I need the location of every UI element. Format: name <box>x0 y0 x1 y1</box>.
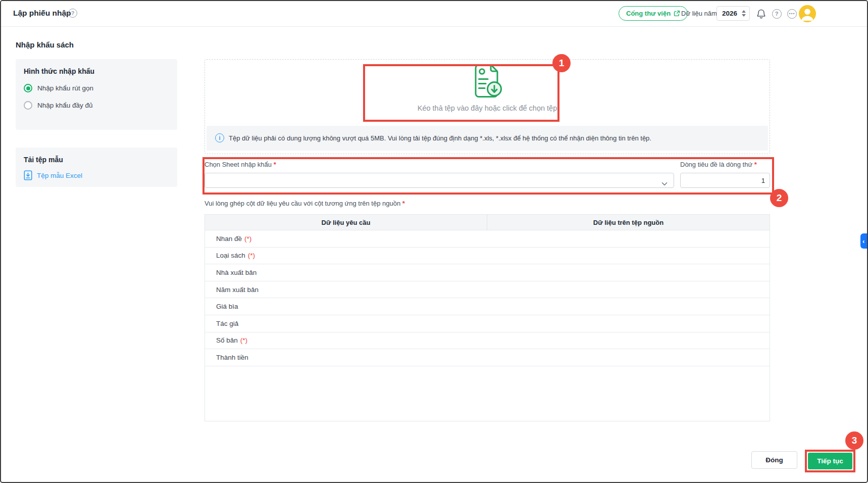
column-header-required-data: Dữ liệu yêu cầu <box>205 215 487 230</box>
row-label: Nhà xuất bản <box>216 269 257 276</box>
page-title: Lập phiếu nhập <box>13 9 71 18</box>
help-button[interactable]: ? <box>771 8 782 19</box>
library-portal-label: Cổng thư viện <box>626 10 671 17</box>
mapping-instruction: Vui lòng ghép cột dữ liệu yêu cầu với cộ… <box>205 200 405 207</box>
required-asterisk: * <box>754 161 757 168</box>
mapping-table-body: Nhan đề (*) Loại sách (*) Nhà xuất bản N… <box>205 230 770 366</box>
spinner-up-icon[interactable] <box>742 10 746 13</box>
table-row[interactable]: Năm xuất bản <box>205 281 770 299</box>
row-required-mark: (*) <box>248 252 255 259</box>
mapping-instruction-text: Vui lòng ghép cột dữ liệu yêu cầu với cộ… <box>205 200 400 207</box>
info-bar: i Tệp dữ liệu phải có dung lượng không v… <box>207 126 768 151</box>
notifications-button[interactable] <box>755 8 767 19</box>
library-portal-button[interactable]: Cổng thư viện <box>619 6 688 21</box>
spinner-down-icon[interactable] <box>742 14 746 17</box>
row-label: Thành tiền <box>216 354 248 361</box>
title-help-icon[interactable]: ? <box>68 9 77 18</box>
table-row[interactable]: Giá bìa <box>205 298 770 315</box>
required-asterisk: * <box>274 161 276 168</box>
continue-button[interactable]: Tiếp tục <box>808 453 852 469</box>
required-asterisk: * <box>402 200 405 207</box>
row-label: Năm xuất bản <box>216 286 259 294</box>
file-download-icon <box>24 170 32 180</box>
radio-option-compact-import[interactable]: Nhập khẩu rút gọn <box>24 84 169 92</box>
radio-label: Nhập khẩu đầy đủ <box>37 102 93 109</box>
top-bar: Lập phiếu nhập ? Cổng thư viện Dữ liệu n… <box>1 1 867 27</box>
upload-document-icon[interactable] <box>471 63 504 99</box>
radio-label: Nhập khẩu rút gọn <box>37 84 93 92</box>
data-year-input[interactable] <box>722 10 741 17</box>
question-circle-icon: ? <box>772 9 782 19</box>
radio-option-full-import[interactable]: Nhập khẩu đầy đủ <box>24 101 169 110</box>
annotation-step-2: 2 <box>770 189 788 207</box>
import-books-screen: Lập phiếu nhập ? Cổng thư viện Dữ liệu n… <box>0 0 868 483</box>
annotation-step-3: 3 <box>845 431 863 450</box>
more-options-button[interactable]: ⋯ <box>786 8 797 19</box>
table-row[interactable]: Tác giả <box>205 315 770 332</box>
chevron-down-icon <box>661 179 668 188</box>
external-link-icon <box>674 10 680 17</box>
bell-icon <box>756 9 767 19</box>
table-row[interactable]: Nhan đề (*) <box>205 230 770 248</box>
chevron-left-icon: ‹ <box>862 237 864 245</box>
mapping-table: Dữ liệu yêu cầu Dữ liệu trên tệp nguồn N… <box>205 214 770 421</box>
collapse-side-tab[interactable]: ‹ <box>860 233 868 249</box>
template-panel: Tải tệp mẫu Tệp mẫu Excel <box>16 148 177 187</box>
user-avatar[interactable] <box>799 5 816 22</box>
close-button[interactable]: Đóng <box>751 451 797 469</box>
table-row[interactable]: Nhà xuất bản <box>205 264 770 281</box>
table-row[interactable]: Thành tiền <box>205 349 770 366</box>
ellipsis-circle-icon: ⋯ <box>787 9 797 19</box>
row-label: Tác giả <box>216 320 238 327</box>
data-year-stepper[interactable] <box>717 6 750 21</box>
template-title: Tải tệp mẫu <box>24 156 169 164</box>
person-icon <box>799 5 816 22</box>
year-spinner[interactable] <box>742 10 746 17</box>
row-label: Giá bìa <box>216 303 238 310</box>
row-label: Loại sách <box>216 252 245 259</box>
header-row-label-text: Dòng tiêu đề là dòng thứ <box>680 161 752 168</box>
info-text: Tệp dữ liệu phải có dung lượng không vượ… <box>229 134 651 142</box>
info-icon: i <box>215 133 224 142</box>
section-title: Nhập khẩu sách <box>16 40 74 49</box>
mapping-table-header: Dữ liệu yêu cầu Dữ liệu trên tệp nguồn <box>205 215 770 230</box>
data-year-label: Dữ liệu năm <box>681 10 717 17</box>
dropzone-hint[interactable]: Kéo thả tệp vào đây hoặc click để chọn t… <box>205 104 770 112</box>
row-label: Số bản <box>216 336 238 344</box>
header-row-label: Dòng tiêu đề là dòng thứ * <box>680 161 757 168</box>
radio-unselected-icon[interactable] <box>24 101 32 110</box>
row-label: Nhan đề <box>216 235 242 243</box>
radio-selected-icon[interactable] <box>24 84 32 92</box>
sheet-select-label-text: Chọn Sheet nhập khẩu <box>205 161 272 168</box>
table-row[interactable]: Loại sách (*) <box>205 248 770 265</box>
excel-template-label: Tệp mẫu Excel <box>37 172 82 179</box>
header-row-input[interactable] <box>680 173 770 188</box>
row-required-mark: (*) <box>240 336 247 344</box>
column-header-source-data: Dữ liệu trên tệp nguồn <box>487 215 770 230</box>
excel-template-link[interactable]: Tệp mẫu Excel <box>24 170 169 180</box>
row-required-mark: (*) <box>244 235 251 243</box>
import-type-title: Hình thức nhập khẩu <box>24 67 169 75</box>
table-row[interactable]: Số bản (*) <box>205 332 770 350</box>
sheet-select-label: Chọn Sheet nhập khẩu * <box>205 161 276 168</box>
import-type-panel: Hình thức nhập khẩu Nhập khẩu rút gọn Nh… <box>16 59 177 130</box>
sheet-select[interactable] <box>205 173 674 188</box>
